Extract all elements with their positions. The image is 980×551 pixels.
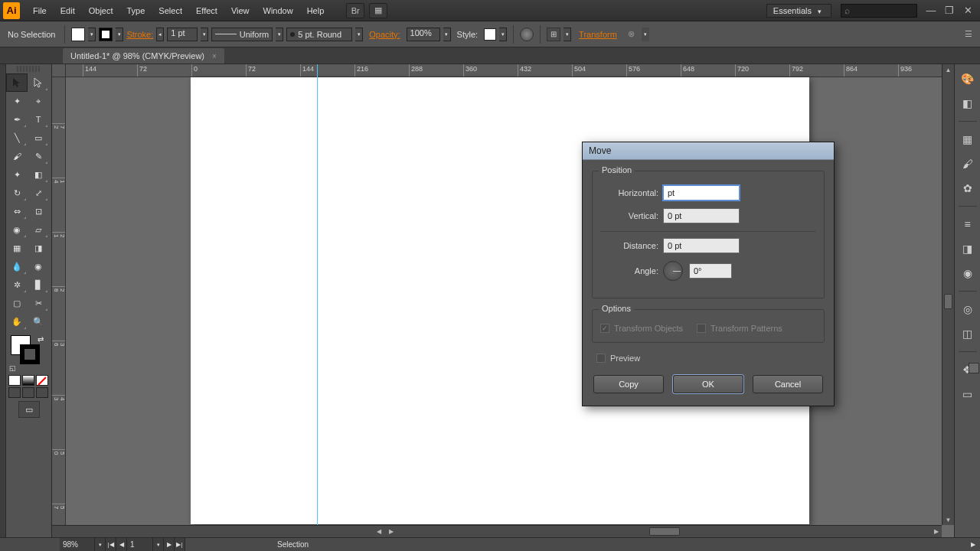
mesh-tool[interactable]: ▦: [6, 239, 28, 257]
panel-scroll-thumb[interactable]: [969, 363, 979, 373]
menu-select[interactable]: Select: [152, 6, 189, 15]
slice-tool[interactable]: ✂: [28, 294, 49, 312]
rotate-tool[interactable]: ↻: [6, 184, 28, 202]
pencil-tool[interactable]: ✎: [28, 147, 49, 165]
graph-tool[interactable]: ▊: [28, 276, 49, 294]
zoom-dropdown[interactable]: ▾: [95, 538, 106, 551]
guide[interactable]: [317, 64, 318, 537]
perspective-tool[interactable]: ▱: [28, 220, 49, 239]
menu-file[interactable]: File: [26, 6, 54, 15]
search-input[interactable]: [841, 4, 917, 18]
color-guide-panel-icon[interactable]: ◧: [959, 95, 976, 112]
close-icon[interactable]: ✕: [959, 3, 977, 18]
document-tab[interactable]: Untitled-1* @ 98% (CMYK/Preview) ×: [63, 48, 224, 64]
preview-check[interactable]: Preview: [596, 354, 825, 363]
stroke-width-dropdown[interactable]: ▾: [201, 28, 208, 41]
selection-tool[interactable]: [6, 73, 28, 92]
scroll-up-icon[interactable]: ▲: [942, 64, 954, 75]
blob-brush-tool[interactable]: ✦: [6, 165, 28, 184]
paintbrush-tool[interactable]: 🖌: [6, 147, 28, 165]
next-artboard-icon[interactable]: ▶: [164, 538, 175, 551]
direct-selection-tool[interactable]: [28, 73, 49, 92]
menu-view[interactable]: View: [224, 6, 256, 15]
menu-effect[interactable]: Effect: [189, 6, 224, 15]
stroke-label[interactable]: Stroke:: [126, 30, 153, 39]
pen-tool[interactable]: ✒: [6, 110, 28, 129]
stroke-color[interactable]: [20, 344, 40, 364]
magic-wand-tool[interactable]: ✦: [6, 92, 28, 110]
checkbox-icon[interactable]: [596, 354, 606, 363]
gradient-tool[interactable]: ◨: [28, 239, 49, 257]
isolate-icon[interactable]: ⊗: [625, 28, 639, 41]
artboard-number-input[interactable]: 1: [127, 538, 153, 551]
free-transform-tool[interactable]: ⊡: [28, 202, 49, 220]
swatches-panel-icon[interactable]: ▦: [959, 131, 976, 148]
zoom-input[interactable]: 98%: [60, 538, 95, 551]
menu-type[interactable]: Type: [120, 6, 152, 15]
solid-color-icon[interactable]: [8, 375, 21, 386]
stroke-swatch[interactable]: [99, 28, 113, 41]
none-color-icon[interactable]: [36, 375, 48, 386]
hand-tool[interactable]: ✋: [6, 312, 28, 331]
artboard-tool[interactable]: ▢: [6, 294, 28, 312]
stroke-step-down[interactable]: ◂: [156, 28, 164, 41]
draw-behind-icon[interactable]: [22, 387, 34, 398]
menu-help[interactable]: Help: [300, 6, 332, 15]
width-tool[interactable]: ⇔: [6, 202, 28, 220]
workspace-selector[interactable]: Essentials: [766, 4, 831, 18]
transparency-panel-icon[interactable]: ◉: [959, 265, 976, 282]
stroke-width-input[interactable]: 1 pt: [167, 28, 198, 41]
ok-button[interactable]: OK: [673, 375, 743, 393]
status-menu-icon[interactable]: ▶: [971, 541, 975, 548]
ruler-origin[interactable]: [52, 64, 66, 77]
fill-dropdown[interactable]: ▾: [88, 28, 96, 41]
symbols-panel-icon[interactable]: ✿: [959, 180, 976, 197]
scroll-thumb-v[interactable]: [944, 294, 952, 309]
opacity-dropdown[interactable]: ▾: [443, 28, 451, 41]
horizontal-scrollbar[interactable]: ◀ ▶ ▶: [52, 525, 942, 537]
horizontal-input[interactable]: [663, 185, 740, 201]
style-swatch[interactable]: [484, 28, 496, 41]
gradient-panel-icon[interactable]: ◨: [959, 240, 976, 257]
minimize-icon[interactable]: —: [922, 3, 940, 18]
align-icon[interactable]: ⊞: [547, 28, 560, 41]
recolor-icon[interactable]: [520, 28, 534, 41]
draw-normal-icon[interactable]: [8, 387, 21, 398]
graphic-styles-panel-icon[interactable]: ◫: [959, 325, 976, 342]
vertical-input[interactable]: [663, 208, 740, 223]
scroll-thumb-h[interactable]: [649, 527, 680, 536]
eraser-tool[interactable]: ◧: [28, 165, 49, 184]
angle-input[interactable]: [689, 263, 732, 279]
first-artboard-icon[interactable]: |◀: [106, 538, 116, 551]
swap-icon[interactable]: ⇄: [38, 335, 44, 344]
maximize-icon[interactable]: ❐: [940, 3, 959, 18]
type-tool[interactable]: T: [28, 110, 49, 129]
bridge-button[interactable]: Br: [346, 3, 364, 18]
artboards-panel-icon[interactable]: ▭: [959, 386, 976, 403]
toolbox-grip[interactable]: [17, 66, 41, 72]
brush-selector[interactable]: 5 pt. Round: [286, 28, 352, 41]
transform-link[interactable]: Transform: [579, 30, 617, 39]
scroll-down-icon[interactable]: ▼: [942, 514, 954, 525]
gradient-icon[interactable]: [22, 375, 34, 386]
rectangle-tool[interactable]: ▭: [28, 129, 49, 147]
menu-object[interactable]: Object: [82, 6, 120, 15]
align-dropdown[interactable]: ▾: [564, 28, 571, 41]
isolate-dropdown[interactable]: ▾: [642, 28, 649, 41]
screen-mode-icon[interactable]: ▭: [18, 401, 40, 418]
menu-window[interactable]: Window: [256, 6, 300, 15]
tab-close-icon[interactable]: ×: [212, 52, 217, 60]
prev-artboard-icon[interactable]: ◀: [116, 538, 127, 551]
brushes-panel-icon[interactable]: 🖌: [959, 155, 976, 172]
last-artboard-icon[interactable]: ▶|: [175, 538, 185, 551]
appearance-panel-icon[interactable]: ◎: [959, 301, 976, 318]
opacity-input[interactable]: 100%: [407, 28, 440, 41]
blend-tool[interactable]: ◉: [28, 257, 49, 276]
menu-edit[interactable]: Edit: [54, 6, 82, 15]
angle-knob[interactable]: [663, 261, 683, 281]
color-panel-icon[interactable]: 🎨: [959, 70, 976, 87]
dialog-title[interactable]: Move: [583, 142, 834, 160]
cancel-button[interactable]: Cancel: [753, 375, 823, 393]
arrange-docs-button[interactable]: ▦: [369, 3, 387, 18]
ruler-vertical[interactable]: 72 144 216 288 360 432 504 576: [52, 77, 66, 525]
